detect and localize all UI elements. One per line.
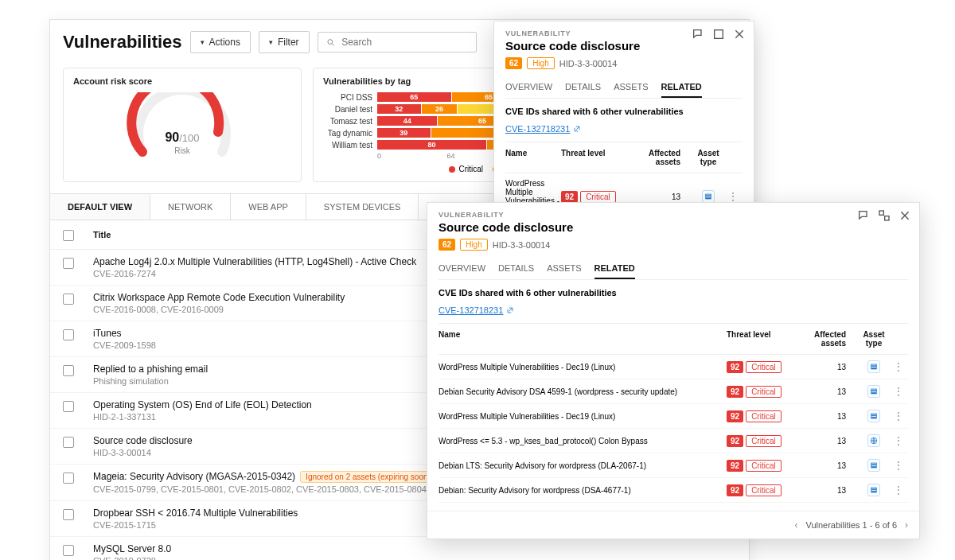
severity-score: 62 [439, 239, 455, 251]
svg-rect-18 [871, 414, 877, 415]
svg-rect-27 [871, 492, 877, 492]
cve-shared-text: CVE IDs shared with 6 other vulnerabilit… [505, 107, 743, 116]
pagination: ‹ Vulnerabilities 1 - 6 of 6 › [427, 511, 919, 539]
svg-rect-8 [879, 211, 883, 215]
svg-rect-14 [871, 368, 877, 369]
affected-assets: 13 [790, 363, 854, 371]
row-menu-icon[interactable]: ⋮ [728, 192, 743, 201]
svg-rect-26 [871, 490, 877, 492]
svg-point-0 [328, 39, 333, 44]
related-vuln-row[interactable]: Debian LTS: Security Advisory for wordpr… [439, 453, 908, 478]
tab-web-app[interactable]: WEB APP [231, 194, 306, 220]
svg-rect-2 [715, 30, 723, 39]
search-input[interactable] [341, 37, 467, 48]
related-vuln-row[interactable]: Debian: Security Advisory for wordpress … [439, 478, 908, 503]
row-checkbox[interactable] [63, 365, 74, 376]
table-row[interactable]: MySQL Server 8.0CVE-2019-0728 [50, 537, 749, 560]
row-checkbox[interactable] [63, 437, 74, 448]
comment-icon[interactable] [692, 28, 704, 41]
tab-system-devices[interactable]: SYSTEM DEVICES [306, 194, 419, 220]
row-menu-icon[interactable]: ⋮ [894, 362, 908, 371]
related-vuln-row[interactable]: WordPress <= 5.3 - wp_kses_bad_protocol(… [439, 429, 908, 453]
svg-rect-25 [871, 488, 877, 489]
svg-line-1 [332, 43, 333, 45]
row-checkbox[interactable] [63, 472, 74, 484]
asset-type-icon [867, 385, 880, 398]
related-vuln-row[interactable]: WordPress Multiple Vulnerabilities - Dec… [439, 355, 908, 379]
vuln-id: HID-3-3-00014 [493, 240, 551, 250]
related-vuln-row[interactable]: Debian Security Advisory DSA 4599-1 (wor… [439, 379, 908, 404]
risk-gauge: 90/100 Risk [127, 92, 238, 160]
collapse-icon[interactable] [878, 209, 891, 222]
cve-link[interactable]: CVE-132718231 [439, 305, 514, 315]
severity-level: High [527, 57, 555, 69]
tab-default-view[interactable]: DEFAULT VIEW [50, 194, 150, 220]
actions-button[interactable]: ▾ Actions [190, 31, 251, 53]
affected-assets: 13 [790, 437, 854, 445]
cve-link[interactable]: CVE-132718231 [505, 124, 581, 134]
threat-level: Critical [746, 410, 782, 422]
detail-tab-details[interactable]: DETAILS [498, 259, 534, 279]
detail-tab-details[interactable]: DETAILS [565, 77, 601, 98]
threat-score: 92 [727, 484, 743, 496]
asset-type-icon [867, 484, 880, 496]
threat-level: Critical [746, 484, 782, 496]
comment-icon[interactable] [857, 209, 870, 222]
detail-tab-related[interactable]: RELATED [594, 259, 635, 279]
next-page[interactable]: › [905, 519, 908, 531]
row-checkbox[interactable] [63, 329, 74, 340]
row-menu-icon[interactable]: ⋮ [894, 387, 908, 396]
detail-label: VULNERABILITY [439, 211, 908, 219]
affected-assets: 13 [790, 412, 854, 421]
close-icon[interactable] [898, 209, 911, 222]
svg-rect-5 [706, 194, 711, 196]
svg-rect-17 [871, 393, 877, 394]
asset-type-icon [867, 410, 880, 422]
row-title: MySQL Server 8.0 [93, 543, 736, 554]
row-menu-icon[interactable]: ⋮ [894, 461, 908, 470]
svg-rect-9 [885, 216, 889, 220]
affected-assets: 13 [790, 461, 854, 470]
threat-score: 92 [727, 361, 743, 373]
detail-tab-assets[interactable]: ASSETS [547, 259, 581, 279]
row-menu-icon[interactable]: ⋮ [894, 436, 908, 445]
threat-score: 92 [561, 191, 578, 203]
close-icon[interactable] [733, 28, 746, 41]
row-checkbox[interactable] [63, 294, 74, 305]
row-name: WordPress Multiple Vulnerabilities - Dec… [439, 363, 727, 371]
external-link-icon [506, 306, 514, 314]
threat-level: Critical [746, 435, 782, 447]
status-badge: Ignored on 2 assets (expiring soon) [300, 471, 436, 483]
asset-type-icon [867, 360, 880, 373]
filter-button[interactable]: ▾ Filter [259, 31, 310, 53]
page-title: Vulnerabilities [63, 32, 182, 52]
detail-title: Source code disclosure [505, 39, 743, 52]
search-input-wrap[interactable] [318, 32, 477, 52]
detail-tab-related[interactable]: RELATED [661, 77, 702, 98]
select-all-checkbox[interactable] [63, 230, 74, 241]
svg-rect-23 [871, 465, 877, 467]
row-menu-icon[interactable]: ⋮ [894, 485, 908, 495]
tab-network[interactable]: NETWORK [150, 194, 231, 220]
vuln-id: HID-3-3-00014 [559, 59, 618, 68]
detail-tab-overview[interactable]: OVERVIEW [439, 259, 485, 279]
related-vuln-row[interactable]: WordPress Multiple Vulnerabilities - Dec… [439, 404, 908, 429]
svg-rect-19 [871, 416, 877, 418]
row-checkbox[interactable] [63, 401, 74, 412]
risk-score-widget: Account risk score 90/100 Risk [63, 68, 302, 182]
row-checkbox[interactable] [63, 509, 74, 520]
prev-page[interactable]: ‹ [794, 519, 797, 531]
row-checkbox[interactable] [63, 545, 74, 556]
row-menu-icon[interactable]: ⋮ [894, 411, 908, 421]
detail-tab-overview[interactable]: OVERVIEW [505, 77, 552, 98]
asset-type-icon [867, 459, 880, 472]
row-name: Debian LTS: Security Advisory for wordpr… [439, 461, 727, 470]
svg-rect-7 [706, 198, 711, 199]
expand-icon[interactable] [712, 28, 725, 41]
svg-rect-13 [871, 367, 877, 368]
pagination-text: Vulnerabilities 1 - 6 of 6 [805, 520, 897, 530]
affected-assets: 13 [625, 192, 688, 201]
row-checkbox[interactable] [63, 258, 74, 269]
threat-level: Critical [746, 386, 782, 398]
detail-tab-assets[interactable]: ASSETS [614, 77, 648, 98]
